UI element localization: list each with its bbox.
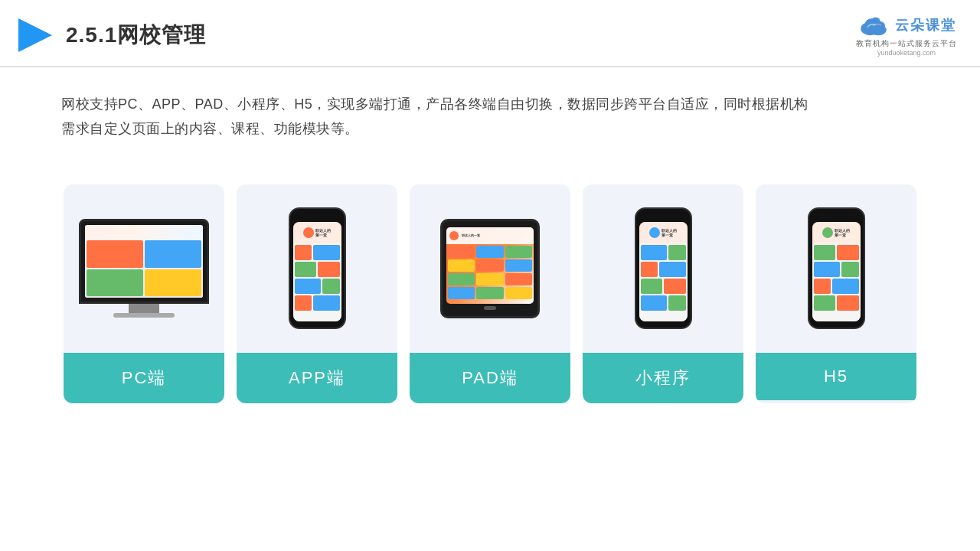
phone-mockup-app: 职达人的第一堂 [289,207,346,329]
card-image-h5: 职达人的第一堂 [756,184,916,353]
header: 2.5.1网校管理 云朵课堂 教育机构一站式服务云平台 yunduoketang… [0,0,980,67]
card-image-pad: 职达人的一堂 [410,184,570,353]
card-image-pc [64,184,224,353]
phone-mockup-mini: 职达人的第一堂 [635,207,692,329]
card-app: 职达人的第一堂 [237,184,397,403]
logo-subtitle: 教育机构一站式服务云平台 [856,38,957,49]
logo-text: 云朵课堂 [895,16,956,34]
play-icon [15,15,55,55]
logo-url: yunduoketang.com [877,49,936,57]
pc-monitor-mockup [79,219,209,318]
svg-point-5 [871,17,880,26]
description-text: 网校支持PC、APP、PAD、小程序、H5，实现多端打通，产品各终端自由切换，数… [61,92,919,116]
card-label-h5: H5 [756,353,916,400]
cards-container: PC端 职达人的第一堂 [0,161,980,419]
card-image-miniprogram: 职达人的第一堂 [583,184,743,353]
card-miniprogram: 职达人的第一堂 [583,184,743,403]
logo-area: 云朵课堂 教育机构一站式服务云平台 yunduoketang.com [856,14,957,57]
card-label-app: APP端 [237,353,397,403]
cloud-icon [857,14,890,37]
svg-marker-0 [18,18,52,52]
card-label-pc: PC端 [64,353,224,403]
page-title: 2.5.1网校管理 [66,21,206,50]
logo-cloud: 云朵课堂 [857,14,956,37]
phone-mockup-h5: 职达人的第一堂 [808,207,865,329]
card-image-app: 职达人的第一堂 [237,184,397,353]
card-pad: 职达人的一堂 [410,184,570,403]
card-label-pad: PAD端 [410,353,570,403]
card-h5: 职达人的第一堂 [756,184,916,403]
card-pc: PC端 [64,184,224,403]
description: 网校支持PC、APP、PAD、小程序、H5，实现多端打通，产品各终端自由切换，数… [0,67,980,154]
tablet-mockup: 职达人的一堂 [440,219,540,318]
header-left: 2.5.1网校管理 [15,15,206,55]
card-label-miniprogram: 小程序 [583,353,743,403]
description-text2: 需求自定义页面上的内容、课程、功能模块等。 [61,116,919,141]
